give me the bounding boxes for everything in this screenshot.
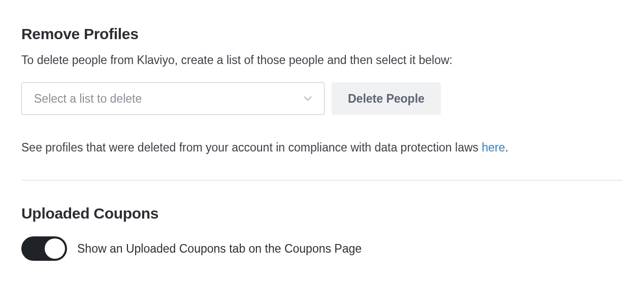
list-select-wrapper: Select a list to delete — [21, 82, 325, 115]
list-select-placeholder: Select a list to delete — [34, 92, 142, 106]
list-select[interactable]: Select a list to delete — [21, 82, 325, 115]
uploaded-coupons-title: Uploaded Coupons — [21, 205, 623, 222]
coupons-toggle[interactable] — [21, 236, 67, 261]
info-prefix: See profiles that were deleted from your… — [21, 141, 481, 154]
remove-profiles-title: Remove Profiles — [21, 25, 623, 43]
delete-people-button[interactable]: Delete People — [332, 82, 441, 115]
remove-profiles-section: Remove Profiles To delete people from Kl… — [21, 25, 623, 156]
delete-controls-row: Select a list to delete Delete People — [21, 82, 623, 115]
uploaded-coupons-section: Uploaded Coupons Show an Uploaded Coupon… — [21, 205, 623, 261]
deleted-profiles-info: See profiles that were deleted from your… — [21, 139, 623, 156]
coupons-toggle-label: Show an Uploaded Coupons tab on the Coup… — [77, 242, 362, 256]
section-divider — [21, 180, 623, 180]
info-suffix: . — [505, 141, 508, 154]
deleted-profiles-link[interactable]: here — [481, 141, 505, 154]
coupons-toggle-row: Show an Uploaded Coupons tab on the Coup… — [21, 236, 623, 261]
remove-profiles-description: To delete people from Klaviyo, create a … — [21, 52, 623, 68]
toggle-knob — [45, 238, 65, 259]
chevron-down-icon — [304, 96, 312, 101]
